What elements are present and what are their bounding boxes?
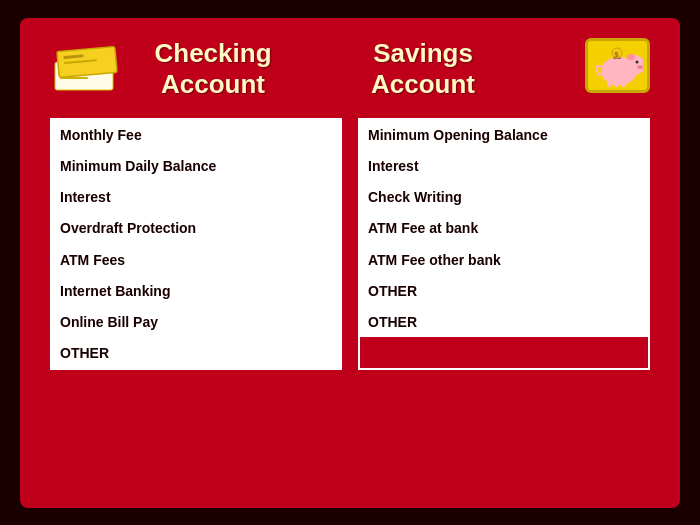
checking-table-row: Online Bill Pay	[52, 307, 340, 338]
svg-text:$: $	[614, 51, 618, 59]
svg-point-11	[637, 65, 643, 69]
savings-account-title: Savings Account	[348, 38, 498, 100]
checking-table-row: OTHER	[52, 338, 340, 368]
checking-table: Monthly FeeMinimum Daily BalanceInterest…	[50, 118, 342, 371]
header-titles: Checking Account Savings Account	[138, 38, 498, 100]
checking-table-row: Interest	[52, 182, 340, 213]
svg-point-13	[640, 66, 641, 67]
savings-table-row: OTHER	[360, 307, 648, 337]
svg-rect-16	[621, 81, 626, 87]
checking-table-row: Internet Banking	[52, 276, 340, 307]
savings-table-row: OTHER	[360, 276, 648, 307]
svg-rect-15	[614, 81, 619, 87]
header-row: Checking Account Savings Account	[50, 38, 650, 100]
svg-point-9	[627, 54, 635, 60]
savings-table: Minimum Opening BalanceInterestCheck Wri…	[358, 118, 650, 371]
savings-table-row: ATM Fee other bank	[360, 245, 648, 276]
checkbook-icon	[50, 44, 120, 94]
savings-table-row: Check Writing	[360, 182, 648, 213]
checking-account-title: Checking Account	[138, 38, 288, 100]
checking-table-row: ATM Fees	[52, 245, 340, 276]
checking-table-row: Monthly Fee	[52, 120, 340, 151]
savings-table-row: ATM Fee at bank	[360, 213, 648, 244]
main-container: Checking Account Savings Account	[20, 18, 680, 508]
checking-table-row: Minimum Daily Balance	[52, 151, 340, 182]
savings-table-row: Minimum Opening Balance	[360, 120, 648, 151]
checking-table-row: Overdraft Protection	[52, 213, 340, 244]
svg-point-10	[635, 61, 638, 64]
piggy-bank-icon: $	[585, 38, 650, 93]
header-left: Checking Account Savings Account	[50, 38, 498, 100]
savings-table-row: Interest	[360, 151, 648, 182]
tables-row: Monthly FeeMinimum Daily BalanceInterest…	[50, 118, 650, 371]
svg-rect-14	[607, 81, 612, 87]
svg-point-12	[638, 66, 639, 67]
